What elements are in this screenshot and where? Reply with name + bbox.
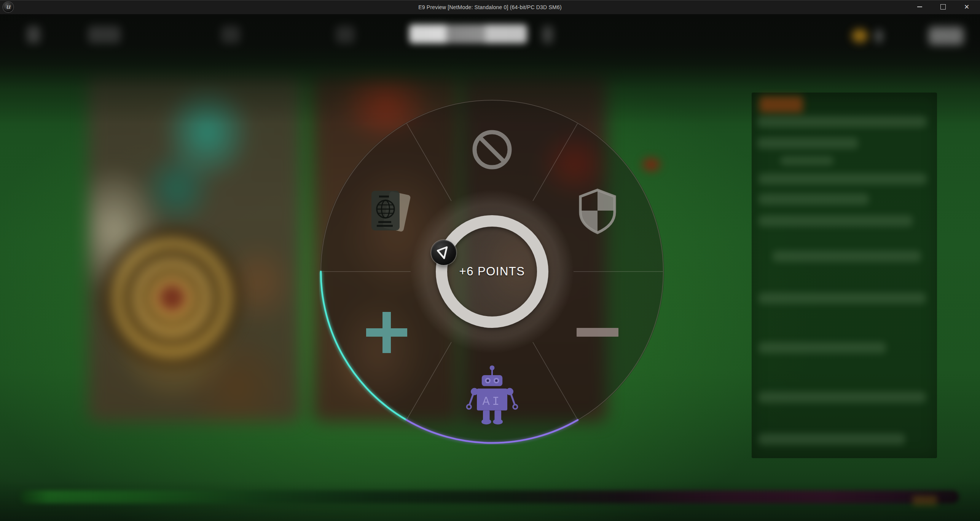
blurred-text-line [759,292,926,304]
minimize-button[interactable] [908,0,931,14]
blurred-roulette-wheel [100,225,244,370]
blurred-text-line [757,116,927,128]
blurred-menu-button [929,27,964,45]
blurred-progress-bar [20,491,959,503]
window-title: E9 Preview [NetMode: Standalone 0] (64-b… [0,4,980,10]
blurred-text-line [759,215,913,227]
blurred-text-line [780,156,833,165]
blurred-toolbar-item [221,26,240,43]
ai-robot-label: AI [482,395,502,409]
blurred-toolbar-item [875,30,882,43]
blurred-text-line [759,342,886,353]
blurred-toolbar-item [88,26,121,43]
blurred-segmented-control [409,24,527,43]
blurred-text-line [759,392,926,403]
game-cursor[interactable] [431,240,456,265]
blurred-text-line [757,137,858,149]
blurred-text-line [759,433,905,445]
blurred-text-line [759,173,927,185]
points-label: +6 POINTS [397,265,587,278]
blurred-text-line [773,251,921,262]
title-bar: u E9 Preview [NetMode: Standalone 0] (64… [0,0,980,14]
maximize-button[interactable] [931,0,955,14]
blurred-text-line [759,193,869,205]
unreal-logo-glyph: u [6,3,10,10]
close-button[interactable]: ✕ [955,0,978,14]
blurred-panel-heading [759,96,803,113]
maximize-icon [940,4,946,10]
blurred-caption [913,496,937,506]
blurred-instructions-panel [752,93,937,458]
unreal-logo-icon: u [3,2,13,12]
cursor-arrow-icon [431,240,456,265]
blurred-toolbar-item [542,26,553,43]
window-controls: ✕ [908,0,978,14]
app-window: u E9 Preview [NetMode: Standalone 0] (64… [0,0,980,521]
blurred-coin-icon [852,29,868,43]
blurred-toolbar-item [336,26,355,43]
close-icon: ✕ [964,4,969,10]
blurred-toolbar-item [27,26,40,43]
minimize-icon [917,6,922,7]
minus-icon[interactable] [577,328,618,337]
